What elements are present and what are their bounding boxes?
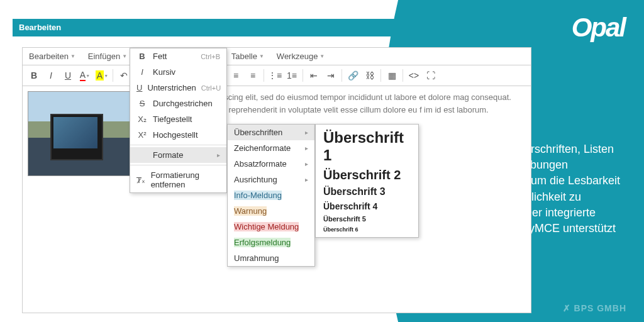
heading-4[interactable]: Überschrift 4	[316, 199, 418, 213]
format-bold[interactable]: BFettCtrl+B	[130, 48, 226, 64]
bgcolor-button[interactable]: A▼	[94, 67, 110, 84]
format-superscript[interactable]: X²Hochgestellt	[130, 127, 226, 143]
format-clear[interactable]: T̷ₓFormatierung entfernen	[130, 167, 226, 192]
format-dropdown: BFettCtrl+B IKursiv UUnterstrichenCtrl+U…	[130, 48, 227, 193]
number-list-button[interactable]: 1≡	[284, 67, 300, 84]
formats-inline[interactable]: Zeichenformate▸	[228, 140, 314, 156]
bullet-list-button[interactable]: ⋮≡	[267, 67, 283, 84]
formats-important[interactable]: Wichtige Meldung	[228, 219, 314, 235]
formats-frame[interactable]: Umrahmung	[228, 250, 314, 266]
format-italic[interactable]: IKursiv	[130, 64, 226, 80]
format-strike[interactable]: SDurchgestrichen	[130, 96, 226, 111]
toolbar: B I U A▼ A▼ ↶ ↷ 🖼 ▦ ≡ ≡ ≡ ≡ ⋮≡ 1≡ ⇤ ⇥ 🔗 …	[23, 65, 531, 86]
underline-button[interactable]: U	[60, 67, 76, 84]
heading-5[interactable]: Überschrift 5	[316, 213, 418, 225]
page-header: Bearbeiten	[13, 19, 453, 36]
menubar: Bearbeiten▼ Einfügen▼ Format▼ Ansicht▼ T…	[23, 48, 531, 65]
align-right-button[interactable]: ≡	[228, 67, 244, 84]
code-button[interactable]: <>	[406, 67, 422, 84]
formats-headings[interactable]: Überschriften▸	[228, 125, 314, 140]
format-subscript[interactable]: X₂Tiefgestellt	[130, 111, 226, 127]
table-button[interactable]: ▦	[384, 67, 400, 84]
menu-tools[interactable]: Werkzeuge▼	[270, 48, 331, 65]
heading-6[interactable]: Überschrift 6	[316, 225, 418, 235]
link-button[interactable]: 🔗	[345, 67, 361, 84]
format-formats[interactable]: Formate▸	[130, 147, 226, 163]
menu-table[interactable]: Tabelle▼	[225, 48, 270, 65]
unlink-button[interactable]: ⛓	[362, 67, 378, 84]
outdent-button[interactable]: ⇤	[306, 67, 322, 84]
menu-insert[interactable]: Einfügen▼	[82, 48, 133, 65]
align-justify-button[interactable]: ≡	[245, 67, 261, 84]
formats-info[interactable]: Info-Meldung	[228, 187, 314, 203]
textcolor-button[interactable]: A▼	[77, 67, 93, 84]
formats-success[interactable]: Erfolgsmeldung	[228, 235, 314, 250]
bold-button[interactable]: B	[26, 67, 42, 84]
menu-edit[interactable]: Bearbeiten▼	[23, 48, 82, 65]
company-name: ✗ BPS GMBH	[563, 303, 626, 313]
heading-1[interactable]: Überschrift 1	[316, 127, 418, 166]
tinymce-editor: Bearbeiten▼ Einfügen▼ Format▼ Ansicht▼ T…	[22, 47, 531, 313]
headings-submenu: Überschrift 1 Überschrift 2 Überschrift …	[315, 124, 419, 238]
heading-2[interactable]: Überschrift 2	[316, 166, 418, 184]
heading-3[interactable]: Überschrift 3	[316, 184, 418, 199]
format-underline[interactable]: UUnterstrichenCtrl+U	[130, 80, 226, 96]
formats-align[interactable]: Ausrichtung▸	[228, 172, 314, 187]
inserted-image[interactable]	[28, 91, 138, 176]
formats-warning[interactable]: Warnung	[228, 203, 314, 219]
fullscreen-button[interactable]: ⛶	[423, 67, 439, 84]
opal-logo: Opal	[572, 13, 625, 43]
indent-button[interactable]: ⇥	[323, 67, 339, 84]
formats-blocks[interactable]: Absatzformate▸	[228, 156, 314, 172]
formats-submenu: Überschriften▸ Zeichenformate▸ Absatzfor…	[227, 124, 315, 267]
italic-button[interactable]: I	[43, 67, 59, 84]
